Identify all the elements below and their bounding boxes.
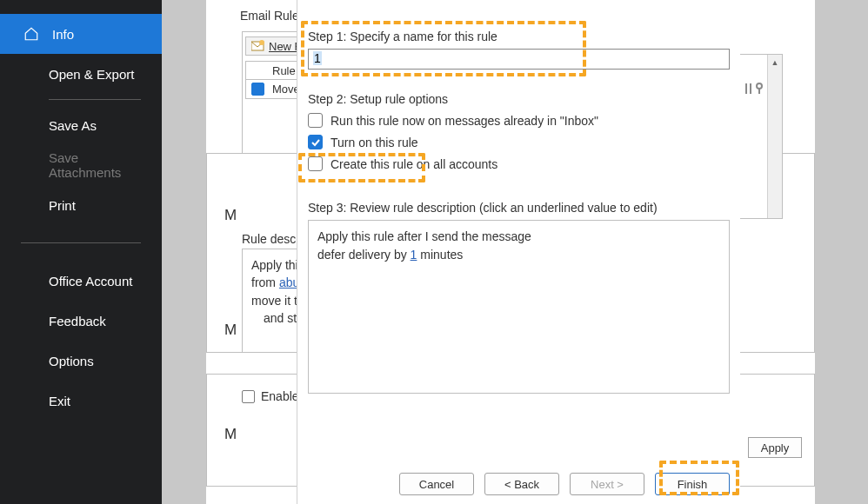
step2-section: Step 2: Setup rule options Run this rule… bbox=[308, 92, 730, 171]
scroll-up-icon[interactable]: ▲ bbox=[768, 55, 782, 70]
tools-icon bbox=[744, 81, 766, 96]
all-accounts-label: Create this rule on all accounts bbox=[331, 157, 497, 171]
rule-desc-line-pre: from bbox=[251, 275, 279, 289]
apply-button-label: Apply bbox=[761, 441, 790, 454]
run-now-label: Run this rule now on messages already in… bbox=[331, 114, 598, 128]
rule-name-input[interactable]: 1 bbox=[308, 49, 730, 70]
step1-section: Step 1: Specify a name for this rule 1 bbox=[308, 30, 730, 70]
sidebar-item-label: Options bbox=[49, 354, 94, 368]
sidebar-item-options[interactable]: Options bbox=[0, 341, 162, 381]
back-button[interactable]: < Back bbox=[484, 473, 559, 495]
rules-wizard-dialog: Step 1: Specify a name for this rule 1 S… bbox=[297, 0, 740, 504]
truncated-label: M bbox=[224, 426, 237, 443]
sidebar-item-feedback[interactable]: Feedback bbox=[0, 301, 162, 341]
sidebar-item-label: Exit bbox=[49, 394, 70, 408]
run-now-checkbox[interactable] bbox=[308, 113, 323, 128]
step3-label: Step 3: Review rule description (click a… bbox=[308, 201, 730, 215]
step2-label: Step 2: Setup rule options bbox=[308, 92, 730, 106]
review-text: minutes bbox=[417, 248, 463, 262]
rule-enabled-checkbox[interactable] bbox=[251, 83, 264, 96]
cancel-button[interactable]: Cancel bbox=[399, 473, 474, 495]
truncated-label: M bbox=[224, 322, 237, 339]
sidebar-separator bbox=[21, 242, 141, 243]
sidebar-item-open-export[interactable]: Open & Export bbox=[0, 54, 162, 94]
finish-button-label: Finish bbox=[678, 478, 708, 491]
turn-on-label: Turn on this rule bbox=[331, 136, 418, 149]
wizard-button-row: Cancel < Back Next > Finish bbox=[297, 473, 740, 495]
option-all-accounts-row: Create this rule on all accounts bbox=[308, 156, 730, 171]
rule-description-label: Rule descr bbox=[242, 232, 300, 246]
step3-section: Step 3: Review rule description (click a… bbox=[308, 201, 730, 394]
sidebar-item-label: Save As bbox=[49, 118, 97, 133]
apply-button[interactable]: Apply bbox=[748, 437, 802, 458]
email-rules-tab[interactable]: Email Rules bbox=[240, 9, 305, 23]
sidebar-item-info[interactable]: Info bbox=[0, 14, 162, 54]
preview-pane: ▲ bbox=[739, 54, 783, 219]
all-accounts-checkbox[interactable] bbox=[308, 156, 323, 171]
rule-name-cell: Move bbox=[269, 83, 300, 96]
enable-rules-label: Enable bbox=[261, 389, 299, 403]
cancel-button-label: Cancel bbox=[419, 478, 454, 491]
sidebar-item-label: Open & Export bbox=[49, 67, 134, 82]
sidebar-item-save-as[interactable]: Save As bbox=[0, 105, 162, 145]
sidebar-item-print[interactable]: Print bbox=[0, 185, 162, 225]
turn-on-checkbox[interactable] bbox=[308, 135, 323, 149]
sidebar-item-office-account[interactable]: Office Account bbox=[0, 261, 162, 301]
svg-point-1 bbox=[259, 40, 264, 45]
rule-review-box: Apply this rule after I send the message… bbox=[308, 220, 730, 394]
rule-desc-line: move it t bbox=[251, 294, 297, 308]
option-turn-on-row: Turn on this rule bbox=[308, 135, 730, 149]
review-line: defer delivery by 1 minutes bbox=[317, 246, 720, 264]
sidebar-item-label: Feedback bbox=[49, 314, 106, 328]
sidebar-item-exit[interactable]: Exit bbox=[0, 381, 162, 421]
enable-rules-row: Enable bbox=[242, 389, 299, 403]
enable-rules-checkbox[interactable] bbox=[242, 390, 255, 403]
rule-name-value: 1 bbox=[313, 51, 322, 65]
next-button-label: Next > bbox=[591, 478, 624, 491]
sidebar-item-label: Print bbox=[49, 198, 76, 213]
review-text: defer delivery by bbox=[317, 248, 411, 262]
truncated-label: M bbox=[224, 207, 237, 224]
sidebar-item-label: Info bbox=[52, 27, 74, 42]
next-button: Next > bbox=[570, 473, 644, 495]
review-line: Apply this rule after I send the message bbox=[317, 228, 720, 246]
finish-button[interactable]: Finish bbox=[655, 473, 730, 495]
back-button-label: < Back bbox=[504, 478, 539, 491]
scrollbar[interactable]: ▲ bbox=[767, 55, 782, 218]
sidebar-separator bbox=[49, 99, 141, 100]
home-icon bbox=[23, 25, 40, 43]
option-run-now-row: Run this rule now on messages already in… bbox=[308, 113, 730, 128]
file-sidebar: Info Open & Export Save As Save Attachme… bbox=[0, 0, 162, 504]
sidebar-item-label: Office Account bbox=[49, 274, 132, 288]
step1-label: Step 1: Specify a name for this rule bbox=[308, 30, 730, 43]
sidebar-item-save-attachments: Save Attachments bbox=[0, 145, 162, 185]
svg-point-2 bbox=[757, 83, 762, 89]
new-rule-icon bbox=[251, 40, 265, 52]
sidebar-item-label: Save Attachments bbox=[49, 150, 144, 180]
